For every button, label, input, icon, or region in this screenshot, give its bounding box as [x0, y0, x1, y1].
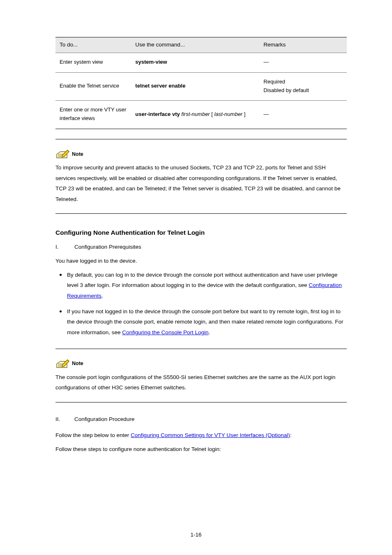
- divider: [55, 213, 347, 214]
- cell-todo: Enter one or more VTY user interface vie…: [55, 101, 131, 129]
- divider: [55, 349, 347, 349]
- cell-todo: Enter system view: [55, 53, 131, 72]
- table-row: Enter system view system-view —: [55, 53, 347, 72]
- lead-in-pre: Follow the step below to enter: [55, 432, 131, 438]
- bullet-text-post: .: [101, 293, 103, 299]
- col-header-command: Use the command...: [131, 37, 259, 53]
- page-number: 1-16: [0, 531, 392, 539]
- list-item: By default, you can log in to the device…: [55, 270, 347, 301]
- table-row: Enable the Telnet service telnet server …: [55, 72, 347, 101]
- note-text: To improve security and prevent attacks …: [55, 162, 347, 205]
- xref-link[interactable]: Configuring Common Settings for VTY User…: [131, 432, 290, 438]
- list-item: If you have not logged in to the device …: [55, 306, 347, 338]
- cell-command: user-interface vty first-number [ last-n…: [131, 101, 259, 129]
- note-icon: [55, 149, 69, 159]
- section-heading: Configuring None Authentication for Teln…: [55, 228, 347, 238]
- xref-link[interactable]: Configuring the Console Port Login: [122, 329, 208, 335]
- note-text: The console port login configurations of…: [55, 372, 347, 393]
- cell-remarks: —: [259, 53, 347, 72]
- subsection-title: Configuration Prerequisites: [74, 244, 141, 250]
- bullet-list: By default, you can log in to the device…: [55, 270, 347, 338]
- subsection: II.Configuration Procedure: [55, 414, 347, 425]
- roman-numeral: I.: [55, 242, 74, 252]
- col-header-remarks: Remarks: [259, 37, 347, 53]
- note-label: Note: [72, 360, 83, 368]
- config-table: To do... Use the command... Remarks Ente…: [55, 37, 347, 129]
- cell-todo: Enable the Telnet service: [55, 72, 131, 101]
- lead-in-post: :: [290, 432, 292, 438]
- note-block: Note The console port login configuratio…: [55, 359, 347, 393]
- bullet-text-post: .: [208, 329, 210, 335]
- divider: [55, 402, 347, 402]
- roman-numeral: II.: [55, 414, 74, 425]
- bullet-text-pre: By default, you can log in to the device…: [67, 272, 337, 289]
- paragraph: Follow the step below to enter Configuri…: [55, 430, 347, 441]
- col-header-todo: To do...: [55, 37, 131, 53]
- table-row: Enter one or more VTY user interface vie…: [55, 101, 347, 129]
- cell-remarks: Required Disabled by default: [259, 72, 347, 101]
- cell-command: system-view: [131, 53, 259, 72]
- cell-command: telnet server enable: [131, 72, 259, 101]
- paragraph: Follow these steps to configure none aut…: [55, 444, 347, 455]
- note-label: Note: [72, 150, 83, 159]
- paragraph: You have logged in to the device.: [55, 256, 347, 266]
- note-block: Note To improve security and prevent att…: [55, 149, 347, 205]
- divider: [55, 139, 347, 139]
- note-icon: [55, 359, 69, 369]
- cell-remarks: —: [259, 101, 347, 129]
- subsection-title: Configuration Procedure: [74, 416, 134, 422]
